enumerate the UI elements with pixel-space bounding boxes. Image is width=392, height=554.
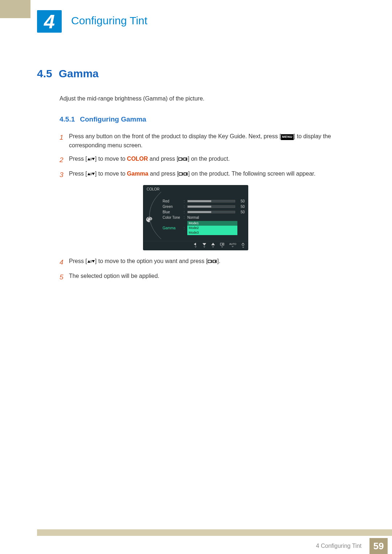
step-text-frag: Press [ xyxy=(69,258,87,264)
osd-slider xyxy=(187,211,237,213)
osd-curve-decoration xyxy=(147,192,162,239)
step-text-frag: and press [ xyxy=(148,156,179,162)
svg-rect-25 xyxy=(243,243,243,244)
svg-rect-11 xyxy=(183,173,184,175)
osd-value: 50 xyxy=(237,199,245,203)
osd-label: Red xyxy=(163,199,184,203)
enter-icon xyxy=(220,243,224,248)
svg-marker-6 xyxy=(185,158,187,160)
step-text-frag: ] on the product. xyxy=(188,156,230,162)
page-number: 59 xyxy=(369,538,388,554)
osd-screenshot: COLOR Red : 50 Green : 50 xyxy=(143,185,248,250)
step-4: 4 Press [] to move to the option you wan… xyxy=(60,257,359,267)
svg-marker-27 xyxy=(87,260,90,263)
osd-value: 50 xyxy=(237,210,245,214)
step-text-frag: ] to move to xyxy=(95,171,127,177)
osd-label: Blue xyxy=(163,210,184,214)
menu-chip-icon: MENU xyxy=(281,134,294,140)
step-text-frag: ] on the product. The following screen w… xyxy=(188,171,315,177)
svg-marker-0 xyxy=(87,158,90,160)
svg-rect-29 xyxy=(91,260,91,263)
step-number: 1 xyxy=(60,132,69,150)
osd-colon: : xyxy=(184,199,187,203)
step-text-frag: and press [ xyxy=(148,171,179,177)
svg-marker-15 xyxy=(195,246,197,248)
step-number: 2 xyxy=(60,155,69,165)
step-text: Press [] to move to the option you want … xyxy=(69,257,359,267)
svg-marker-13 xyxy=(185,173,187,175)
enter-exit-icon xyxy=(179,172,188,176)
chapter-title: Configuring Tint xyxy=(71,15,147,27)
osd-dropdown: Mode1 Mode2 Mode3 xyxy=(187,221,237,235)
svg-marker-23 xyxy=(232,246,234,247)
up-down-arrows-icon xyxy=(87,172,95,176)
step-text-frag: ]. xyxy=(217,258,220,264)
osd-row-green: Green : 50 xyxy=(163,204,245,209)
osd-row-color-tone: Color Tone : Normal xyxy=(163,215,245,220)
header-side-stripe xyxy=(0,0,30,18)
svg-marker-19 xyxy=(212,246,214,248)
subsection-heading: 4.5.1Configuring Gamma xyxy=(60,115,359,123)
step-text-frag: ] to move to xyxy=(95,156,127,162)
svg-marker-22 xyxy=(221,246,223,248)
osd-dropdown-option: Mode2 xyxy=(187,226,237,230)
osd-value: 50 xyxy=(237,205,245,209)
svg-marker-33 xyxy=(215,260,216,262)
osd-label-selected: Gamma xyxy=(163,226,184,230)
svg-marker-14 xyxy=(194,243,196,246)
step-number: 5 xyxy=(60,272,69,282)
section-title: Gamma xyxy=(59,67,99,79)
osd-colon: : xyxy=(184,205,187,209)
up-arrow-icon xyxy=(211,243,215,248)
osd-footer-buttons: AUTO xyxy=(143,241,248,249)
svg-marker-28 xyxy=(92,260,95,263)
osd-slider xyxy=(187,205,237,208)
section-intro: Adjust the mid-range brightness (Gamma) … xyxy=(60,94,359,103)
step-5: 5 The selected option will be applied. xyxy=(60,272,359,282)
down-arrow-icon xyxy=(203,243,206,248)
osd-colon: : xyxy=(184,210,187,214)
page-footer: 4 Configuring Tint 59 xyxy=(0,529,392,554)
step-text: Press [] to move to COLOR and press [] o… xyxy=(69,155,359,165)
svg-marker-8 xyxy=(92,173,95,175)
svg-marker-7 xyxy=(87,173,90,175)
osd-label: Green xyxy=(163,205,184,209)
svg-marker-16 xyxy=(203,243,206,246)
chapter-badge: 4 xyxy=(37,10,62,33)
osd-label: Color Tone xyxy=(163,216,184,219)
back-icon xyxy=(194,243,197,248)
svg-rect-9 xyxy=(91,173,91,175)
palette-icon xyxy=(145,216,153,224)
svg-marker-17 xyxy=(203,246,205,248)
osd-slider xyxy=(187,200,237,202)
svg-rect-31 xyxy=(212,260,213,263)
svg-rect-30 xyxy=(208,260,211,263)
up-down-arrows-icon xyxy=(87,259,95,264)
step-text-frag: Press [ xyxy=(69,156,87,162)
auto-label: AUTO xyxy=(229,243,236,248)
osd-colon: : xyxy=(184,226,187,230)
step-text-frag: Press any button on the front of the pro… xyxy=(69,133,281,139)
osd-row-gamma: Gamma : Mode1 Mode2 Mode3 xyxy=(163,220,245,235)
svg-marker-18 xyxy=(211,243,215,245)
step-text-frag: Press [ xyxy=(69,171,87,177)
svg-rect-4 xyxy=(183,158,183,160)
svg-rect-3 xyxy=(179,158,182,160)
step-text-frag: ] to move to the option you want and pre… xyxy=(95,258,208,264)
subsection-title: Configuring Gamma xyxy=(80,115,146,123)
step-text: The selected option will be applied. xyxy=(69,272,359,282)
section-heading: 4.5Gamma xyxy=(37,67,359,80)
step-2: 2 Press [] to move to COLOR and press []… xyxy=(60,155,359,165)
osd-row-blue: Blue : 50 xyxy=(163,209,245,215)
step-number: 3 xyxy=(60,169,69,180)
svg-marker-21 xyxy=(222,243,223,245)
step-text: Press any button on the front of the pro… xyxy=(69,132,359,150)
step-1: 1 Press any button on the front of the p… xyxy=(60,132,359,150)
svg-marker-1 xyxy=(92,158,95,160)
enter-exit-icon xyxy=(178,157,188,161)
enter-exit-icon xyxy=(208,259,217,264)
osd-row-red: Red : 50 xyxy=(163,198,245,204)
svg-rect-2 xyxy=(91,158,91,160)
keyword-gamma: Gamma xyxy=(127,171,148,177)
step-3: 3 Press [] to move to Gamma and press []… xyxy=(60,169,359,180)
